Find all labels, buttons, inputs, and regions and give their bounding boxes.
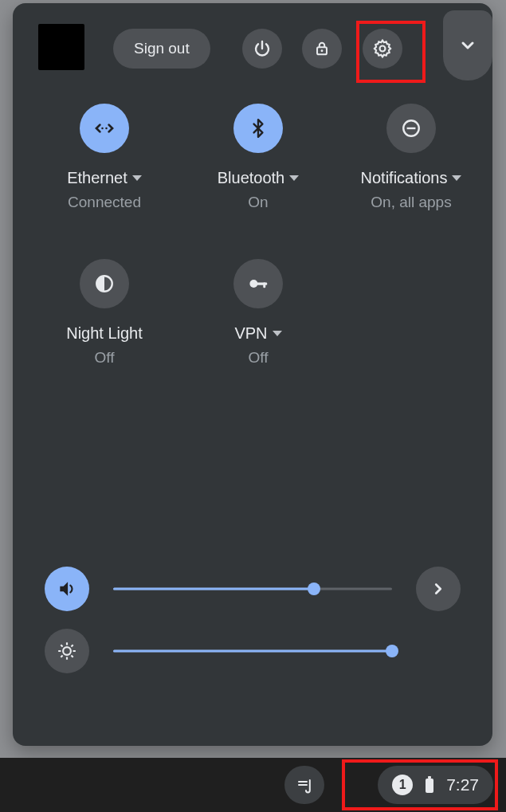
svg-point-2 — [380, 46, 386, 52]
clock-text: 7:27 — [446, 775, 479, 794]
audio-settings-button[interactable] — [416, 567, 461, 611]
vpn-tile[interactable]: VPN Off — [182, 259, 334, 367]
slider-fill — [113, 650, 392, 653]
quick-settings-panel: Sign out Ethernet — [13, 3, 492, 746]
volume-icon[interactable] — [45, 567, 89, 611]
dropdown-caret-icon — [273, 331, 282, 336]
svg-point-4 — [105, 127, 108, 130]
ethernet-icon — [80, 104, 129, 153]
lock-button[interactable] — [302, 29, 342, 69]
volume-row — [45, 558, 461, 620]
shelf-taskbar: 1 7:27 — [0, 758, 506, 812]
vpn-label: VPN — [234, 324, 267, 343]
slider-fill — [113, 588, 314, 590]
brightness-row — [45, 620, 461, 682]
notifications-status: On, all apps — [335, 194, 487, 211]
svg-point-1 — [321, 49, 324, 52]
ethernet-label: Ethernet — [67, 169, 127, 187]
power-icon — [253, 39, 272, 58]
sliders-section — [13, 558, 492, 682]
svg-point-3 — [101, 127, 104, 130]
notification-count-badge: 1 — [392, 775, 413, 795]
status-tray[interactable]: 1 7:27 — [378, 766, 493, 804]
do-not-disturb-icon — [386, 104, 436, 153]
battery-icon — [424, 775, 435, 794]
settings-button[interactable] — [363, 29, 402, 69]
ethernet-status: Connected — [29, 194, 180, 211]
media-controls-button[interactable] — [284, 766, 324, 804]
brightness-icon[interactable] — [45, 629, 89, 673]
notifications-label: Notifications — [361, 169, 448, 187]
svg-rect-14 — [426, 779, 433, 793]
sign-out-button[interactable]: Sign out — [113, 29, 210, 69]
svg-rect-10 — [263, 282, 265, 288]
power-button[interactable] — [242, 29, 282, 69]
music-note-icon — [295, 775, 314, 794]
bluetooth-icon — [233, 104, 283, 153]
night-light-label: Night Light — [66, 324, 143, 343]
gear-icon — [372, 38, 393, 59]
bluetooth-status: On — [182, 194, 334, 211]
night-light-icon — [80, 259, 129, 308]
slider-thumb[interactable] — [386, 645, 398, 657]
vpn-key-icon — [233, 259, 283, 308]
user-avatar[interactable] — [38, 24, 84, 70]
dropdown-caret-icon — [289, 175, 299, 181]
bluetooth-label: Bluetooth — [218, 169, 285, 187]
bluetooth-tile[interactable]: Bluetooth On — [182, 104, 334, 211]
vpn-status: Off — [182, 349, 334, 367]
dropdown-caret-icon — [132, 175, 142, 181]
collapse-button[interactable] — [443, 10, 492, 80]
chevron-right-icon — [430, 580, 447, 598]
ethernet-tile[interactable]: Ethernet Connected — [29, 104, 180, 211]
notifications-tile[interactable]: Notifications On, all apps — [335, 104, 487, 211]
slider-thumb[interactable] — [308, 583, 320, 595]
dropdown-caret-icon — [452, 175, 461, 181]
night-light-tile[interactable]: Night Light Off — [29, 259, 180, 367]
svg-point-11 — [63, 647, 71, 655]
svg-rect-15 — [428, 776, 431, 779]
panel-header: Sign out — [13, 3, 492, 88]
chevron-down-icon — [458, 36, 477, 55]
night-light-status: Off — [29, 349, 180, 367]
lock-icon — [313, 40, 331, 57]
